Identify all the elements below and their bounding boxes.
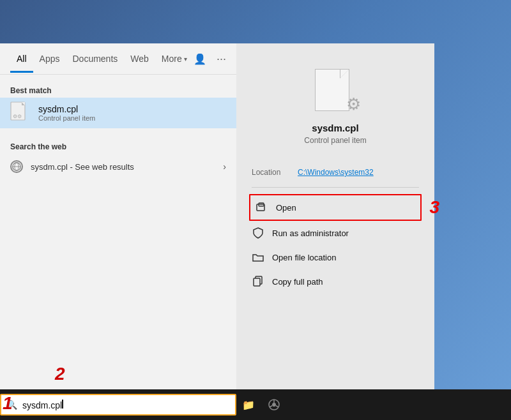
open-icon [256, 201, 268, 214]
copy-icon [252, 275, 264, 288]
tabs-bar: All Apps Documents Web More ▾ 👤 ··· [0, 43, 236, 75]
tab-documents[interactable]: Documents [66, 45, 124, 73]
best-match-title: sysdm.cpl [38, 104, 95, 114]
best-match-label: Best match [0, 82, 236, 98]
taskbar-search-bar[interactable]: 🔍 sysdm.cpl [0, 394, 236, 416]
best-match-subtitle: Control panel item [38, 114, 95, 122]
action-list: Open 3 Run as administrator Open file lo [236, 194, 434, 294]
run-as-admin-action[interactable]: Run as administrator [247, 221, 424, 245]
svg-point-16 [272, 403, 276, 407]
taskbar-chrome-icon[interactable] [262, 393, 286, 417]
taskbar-explorer-icon[interactable]: 📁 [236, 393, 261, 417]
annotation-2: 2 [55, 364, 65, 384]
detail-pane: ⚙ sysdm.cpl Control panel item Location … [236, 43, 434, 420]
svg-rect-10 [254, 278, 260, 286]
detail-filetype: Control panel item [304, 136, 366, 145]
search-input-value[interactable]: sysdm.cpl [22, 400, 230, 410]
gear-icon: ⚙ [346, 96, 361, 112]
svg-line-19 [270, 406, 272, 408]
search-pane: All Apps Documents Web More ▾ 👤 ··· Best… [0, 43, 236, 420]
annotation-3: 3 [429, 197, 439, 218]
result-file-icon: ⚙⚙ [10, 103, 31, 123]
search-web-label: Search the web [0, 139, 236, 154]
svg-text:⚙⚙: ⚙⚙ [13, 114, 22, 119]
file-page [315, 69, 349, 111]
detail-file-icon: ⚙ [315, 69, 356, 115]
copy-full-path-label: Copy full path [272, 277, 323, 287]
svg-rect-7 [257, 204, 264, 211]
file-fold-inner [340, 70, 349, 78]
open-label: Open [276, 203, 296, 213]
web-search-item[interactable]: sysdm.cpl - See web results › [0, 154, 236, 179]
tab-all[interactable]: All [10, 45, 33, 73]
tab-extra-icons: 👤 ··· [194, 52, 226, 66]
chevron-right-icon: › [223, 161, 226, 172]
open-file-location-action[interactable]: Open file location [247, 245, 424, 269]
location-label: Location [252, 168, 290, 177]
tab-apps[interactable]: Apps [33, 45, 66, 73]
open-action[interactable]: Open 3 [249, 194, 422, 221]
desktop: All Apps Documents Web More ▾ 👤 ··· Best… [0, 0, 511, 420]
best-match-item[interactable]: ⚙⚙ sysdm.cpl Control panel item [0, 98, 236, 128]
svg-line-18 [276, 406, 278, 408]
run-as-admin-label: Run as administrator [272, 229, 349, 238]
search-web-icon [10, 160, 23, 173]
copy-path-action[interactable]: Copy full path [247, 269, 424, 294]
text-cursor [62, 400, 63, 409]
chevron-down-icon: ▾ [184, 56, 187, 63]
more-icon[interactable]: ··· [217, 52, 226, 66]
results-area: Best match ⚙⚙ sysdm.cpl Control panel it… [0, 75, 236, 420]
detail-location-row: Location C:\Windows\system32 [236, 164, 434, 181]
web-search-text: sysdm.cpl - See web results [31, 162, 215, 172]
divider [252, 187, 419, 188]
folder-icon [252, 251, 264, 264]
tab-web[interactable]: Web [124, 45, 155, 73]
shield-icon [252, 227, 264, 239]
annotation-1: 1 [3, 393, 13, 414]
tab-more[interactable]: More ▾ [155, 45, 194, 73]
open-file-location-label: Open file location [272, 253, 336, 262]
location-value[interactable]: C:\Windows\system32 [298, 168, 374, 177]
best-match-text: sysdm.cpl Control panel item [38, 104, 95, 122]
detail-filename: sysdm.cpl [312, 123, 358, 133]
person-icon[interactable]: 👤 [194, 53, 206, 65]
